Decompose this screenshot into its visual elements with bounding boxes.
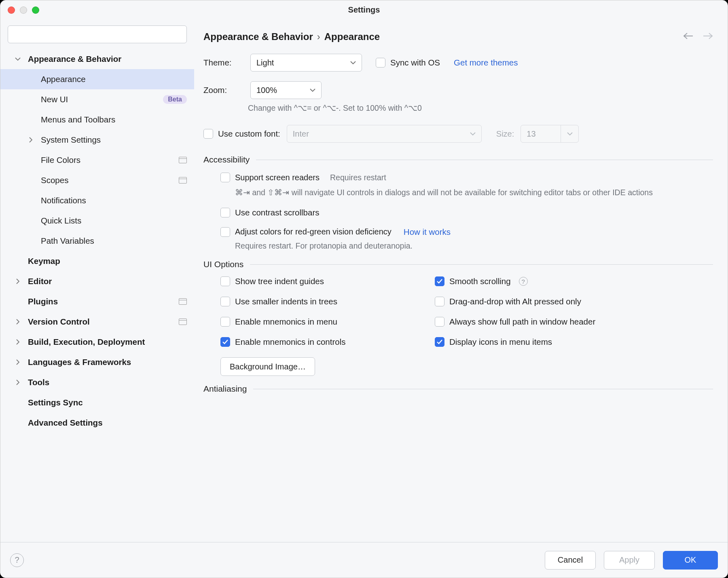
mnemonics-controls-checkbox[interactable] (220, 337, 230, 347)
breadcrumb-current: Appearance (324, 31, 380, 42)
antialiasing-title: Antialiasing (203, 384, 247, 394)
use-custom-font-checkbox[interactable] (203, 129, 213, 139)
sidebar-item[interactable]: Appearance & Behavior (0, 49, 194, 69)
sidebar-item[interactable]: Appearance (0, 69, 194, 89)
dnd-alt-wrapper[interactable]: Drag-and-drop with Alt pressed only (435, 297, 713, 306)
form-scroll-pane[interactable]: Theme: Light Sync with OS Get more theme… (203, 54, 713, 537)
background-image-button[interactable]: Background Image… (220, 357, 315, 376)
ok-button[interactable]: OK (663, 551, 718, 570)
help-icon[interactable]: ? (519, 277, 528, 286)
accessibility-section: Accessibility (203, 155, 713, 165)
footer-help-button[interactable]: ? (10, 553, 24, 567)
sidebar-item[interactable]: Quick Lists (0, 211, 194, 231)
ui-options-section: UI Options (203, 259, 713, 269)
chevron-right-icon[interactable] (8, 380, 28, 385)
smooth-scrolling-wrapper[interactable]: Smooth scrolling ? (435, 276, 713, 286)
traffic-lights (8, 6, 39, 14)
sidebar-item[interactable]: Notifications (0, 190, 194, 211)
sidebar-item[interactable]: Tools (0, 372, 194, 392)
zoom-row: Zoom: 100% (203, 81, 713, 99)
sync-os-checkbox[interactable] (376, 58, 385, 68)
mnemonics-menu-checkbox[interactable] (220, 317, 230, 327)
nav-back-button[interactable] (683, 32, 694, 42)
footer-buttons: Cancel Apply OK (545, 551, 718, 570)
sync-os-label: Sync with OS (390, 58, 440, 68)
sidebar-item-label: Build, Execution, Deployment (28, 337, 187, 347)
chevron-right-icon[interactable] (21, 137, 41, 143)
tree-indent-guides-wrapper[interactable]: Show tree indent guides (220, 276, 435, 286)
full-path-checkbox[interactable] (435, 317, 444, 327)
font-size-value: 13 (527, 129, 535, 139)
sidebar-item[interactable]: Editor (0, 271, 194, 291)
accessibility-options: Support screen readers Requires restart … (203, 172, 713, 251)
smaller-indents-checkbox[interactable] (220, 297, 230, 306)
settings-window: Settings ▾ Appearance & BehaviorAppearan… (0, 0, 728, 578)
adjust-colors-checkbox[interactable] (220, 227, 230, 237)
smooth-scrolling-checkbox[interactable] (435, 276, 444, 286)
screen-readers-hint: ⌘⇥ and ⇧⌘⇥ will navigate UI controls in … (220, 187, 669, 198)
chevron-right-icon[interactable] (8, 319, 28, 325)
contrast-scrollbars-checkbox[interactable] (220, 208, 230, 217)
sidebar-item[interactable]: Scopes (0, 170, 194, 190)
search-input[interactable] (8, 25, 187, 43)
display-icons-checkbox[interactable] (435, 337, 444, 347)
sidebar-item[interactable]: Menus and Toolbars (0, 110, 194, 130)
font-select[interactable]: Inter (287, 125, 482, 143)
config-scope-icon (179, 157, 187, 163)
sidebar-item-label: Appearance & Behavior (28, 54, 187, 64)
sidebar-item[interactable]: Build, Execution, Deployment (0, 332, 194, 352)
sidebar-item[interactable]: Settings Sync (0, 392, 194, 413)
contrast-scrollbars-label: Use contrast scrollbars (235, 208, 319, 217)
sidebar-item[interactable]: System Settings (0, 130, 194, 150)
ui-options-title: UI Options (203, 259, 243, 269)
chevron-right-icon[interactable] (8, 278, 28, 284)
chevron-down-icon[interactable] (8, 57, 28, 61)
support-screen-readers-label: Support screen readers (235, 173, 320, 182)
font-value: Inter (293, 129, 309, 139)
sidebar-item[interactable]: Plugins (0, 291, 194, 312)
support-screen-readers-checkbox[interactable] (220, 173, 230, 182)
sidebar: ▾ Appearance & BehaviorAppearanceNew UIB… (0, 20, 195, 542)
sync-os-checkbox-wrapper[interactable]: Sync with OS (376, 58, 440, 68)
sidebar-item[interactable]: File Colors (0, 150, 194, 170)
chevron-down-icon (470, 132, 476, 136)
tree-indent-guides-checkbox[interactable] (220, 276, 230, 286)
get-themes-link[interactable]: Get more themes (454, 58, 518, 68)
window-minimize-button[interactable] (20, 6, 27, 14)
use-custom-font-label: Use custom font: (218, 129, 280, 139)
cancel-button[interactable]: Cancel (545, 551, 596, 570)
display-icons-wrapper[interactable]: Display icons in menu items (435, 337, 713, 347)
accessibility-title: Accessibility (203, 155, 250, 165)
breadcrumb-parent[interactable]: Appearance & Behavior (203, 31, 313, 42)
apply-button[interactable]: Apply (604, 551, 655, 570)
window-maximize-button[interactable] (32, 6, 39, 14)
sidebar-item[interactable]: Path Variables (0, 231, 194, 251)
sidebar-item[interactable]: Languages & Frameworks (0, 352, 194, 372)
how-it-works-link[interactable]: How it works (404, 227, 451, 237)
contrast-scrollbars-wrapper[interactable]: Use contrast scrollbars (220, 208, 713, 217)
sidebar-item[interactable]: Advanced Settings (0, 413, 194, 433)
font-size-stepper[interactable]: 13 (521, 125, 579, 143)
sidebar-item-label: Appearance (41, 74, 187, 84)
breadcrumb-separator: › (317, 31, 320, 42)
nav-forward-button[interactable] (703, 32, 713, 42)
use-custom-font-checkbox-wrapper[interactable]: Use custom font: (203, 129, 280, 139)
theme-select[interactable]: Light (250, 54, 362, 72)
dnd-alt-label: Drag-and-drop with Alt pressed only (449, 297, 581, 306)
chevron-right-icon[interactable] (8, 339, 28, 345)
mnemonics-controls-wrapper[interactable]: Enable mnemonics in controls (220, 337, 435, 347)
dnd-alt-checkbox[interactable] (435, 297, 444, 306)
sidebar-item[interactable]: Version Control (0, 312, 194, 332)
zoom-select[interactable]: 100% (250, 81, 322, 99)
sidebar-item[interactable]: New UIBeta (0, 89, 194, 110)
mnemonics-menu-label: Enable mnemonics in menu (235, 317, 337, 327)
smaller-indents-wrapper[interactable]: Use smaller indents in trees (220, 297, 435, 306)
section-rule (256, 160, 713, 160)
sidebar-item-label: Advanced Settings (28, 418, 187, 428)
window-close-button[interactable] (8, 6, 15, 14)
mnemonics-controls-label: Enable mnemonics in controls (235, 337, 345, 347)
sidebar-item[interactable]: Keymap (0, 251, 194, 271)
mnemonics-menu-wrapper[interactable]: Enable mnemonics in menu (220, 317, 435, 327)
full-path-wrapper[interactable]: Always show full path in window header (435, 317, 713, 327)
chevron-right-icon[interactable] (8, 359, 28, 365)
